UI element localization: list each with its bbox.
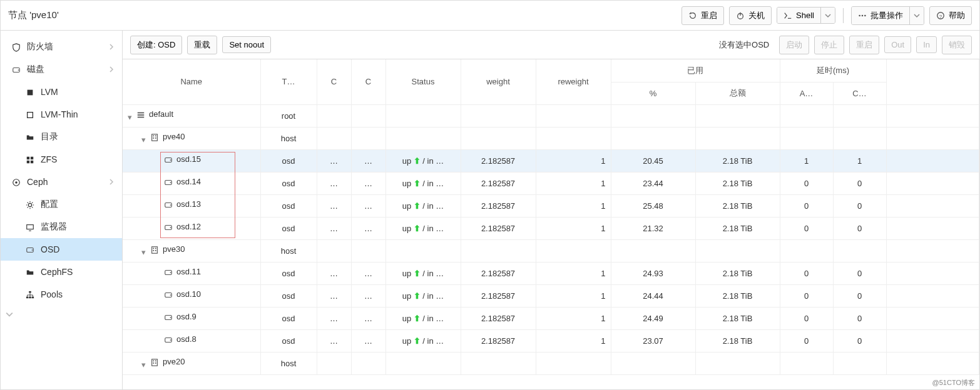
out-button[interactable]: Out bbox=[884, 36, 911, 53]
col-c1[interactable]: C bbox=[317, 59, 351, 104]
tree-toggle-icon[interactable]: ▾ bbox=[141, 248, 148, 257]
col-reweight[interactable]: reweight bbox=[536, 59, 611, 104]
table-row[interactable]: ▾defaultroot bbox=[123, 104, 979, 127]
col-weight[interactable]: weight bbox=[461, 59, 536, 104]
sidebar-item-ceph[interactable]: Ceph bbox=[1, 171, 122, 193]
sidebar-item-disks[interactable]: 磁盘 bbox=[1, 58, 122, 81]
table-row[interactable]: ▾pve20host bbox=[123, 352, 979, 374]
col-used-group[interactable]: 已用 bbox=[611, 59, 780, 82]
table-row[interactable]: ▾pve30host bbox=[123, 239, 979, 262]
svg-rect-56 bbox=[153, 360, 154, 361]
sidebar-item-label: 监视器 bbox=[41, 221, 67, 232]
sidebar-item-cfg[interactable]: 配置 bbox=[1, 193, 122, 216]
cell-pad bbox=[886, 329, 979, 352]
svg-point-50 bbox=[170, 294, 171, 296]
sidebar-item-firewall[interactable]: 防火墙 bbox=[1, 36, 122, 58]
svg-rect-24 bbox=[29, 297, 31, 299]
row-name: osd.13 bbox=[176, 199, 201, 209]
row-name: osd.11 bbox=[176, 267, 201, 276]
svg-rect-44 bbox=[155, 248, 156, 249]
sidebar-item-pools[interactable]: Pools bbox=[1, 283, 122, 306]
table-row[interactable]: ▾pve40host bbox=[123, 127, 979, 149]
grid-scroll[interactable]: Name T… C C Status weight reweight 已用 延时… bbox=[123, 59, 979, 389]
table-row[interactable]: osd.8osd……up ⬆ / in …2.182587123.072.18 … bbox=[123, 329, 979, 352]
ceph-icon bbox=[12, 178, 21, 186]
table-row[interactable]: osd.14osd……up ⬆ / in …2.182587123.442.18… bbox=[123, 172, 979, 194]
table-row[interactable]: osd.9osd……up ⬆ / in …2.182587124.492.18 … bbox=[123, 307, 979, 329]
host-icon bbox=[150, 358, 159, 366]
table-row[interactable]: osd.11osd……up ⬆ / in …2.182587124.932.18… bbox=[123, 262, 979, 284]
reboot-button[interactable]: 重启 bbox=[681, 6, 724, 25]
col-name[interactable]: Name bbox=[123, 59, 260, 104]
cell-pct: 23.07 bbox=[611, 329, 695, 352]
cell-weight: 2.182587 bbox=[461, 307, 536, 329]
shell-button[interactable]: Shell bbox=[777, 8, 820, 23]
cell-status: up ⬆ / in … bbox=[385, 307, 461, 329]
bulk-caret[interactable] bbox=[909, 7, 924, 24]
svg-rect-32 bbox=[153, 138, 154, 139]
sidebar-item-label: CephFS bbox=[41, 267, 73, 277]
cell-reweight: 1 bbox=[536, 217, 611, 239]
start-button[interactable]: 启动 bbox=[779, 36, 809, 54]
set-noout-button[interactable]: Set noout bbox=[222, 36, 271, 53]
sidebar-item-label: OSD bbox=[41, 244, 59, 254]
col-a[interactable]: A… bbox=[780, 82, 833, 104]
sidebar-item-osd[interactable]: OSD bbox=[1, 238, 122, 261]
cell-c1: … bbox=[317, 217, 351, 239]
sidebar-more[interactable] bbox=[1, 306, 122, 323]
col-total[interactable]: 总额 bbox=[695, 82, 780, 104]
reload-button[interactable]: 重载 bbox=[187, 36, 217, 54]
cell-c2: … bbox=[351, 329, 385, 352]
svg-point-35 bbox=[170, 159, 171, 161]
chevron-icon bbox=[108, 44, 115, 50]
cell-c2: … bbox=[351, 194, 385, 217]
col-status[interactable]: Status bbox=[385, 59, 461, 104]
table-row[interactable]: osd.12osd……up ⬆ / in …2.182587121.322.18… bbox=[123, 217, 979, 239]
sidebar-item-dir[interactable]: 目录 bbox=[1, 126, 122, 148]
bulk-button[interactable]: 批量操作 bbox=[852, 7, 909, 24]
sidebar-item-mon[interactable]: 监视器 bbox=[1, 216, 122, 238]
restart-button[interactable]: 重启 bbox=[849, 36, 879, 54]
table-row[interactable]: osd.13osd……up ⬆ / in …2.182587125.482.18… bbox=[123, 194, 979, 217]
cell-c: 0 bbox=[833, 194, 886, 217]
svg-point-37 bbox=[170, 182, 171, 183]
stop-button[interactable]: 停止 bbox=[814, 36, 844, 54]
cell-a: 0 bbox=[780, 329, 833, 352]
help-button[interactable]: ? 帮助 bbox=[929, 6, 972, 25]
cell-type: osd bbox=[260, 329, 317, 352]
cell-reweight bbox=[536, 239, 611, 262]
cell-a: 0 bbox=[780, 217, 833, 239]
in-button[interactable]: In bbox=[916, 36, 937, 53]
shutdown-button[interactable]: 关机 bbox=[729, 6, 772, 25]
help-icon: ? bbox=[936, 11, 945, 20]
sidebar-item-cephfs[interactable]: CephFS bbox=[1, 261, 122, 283]
svg-rect-10 bbox=[28, 112, 33, 118]
cell-weight: 2.182587 bbox=[461, 329, 536, 352]
col-pct[interactable]: % bbox=[611, 82, 695, 104]
table-row[interactable]: osd.10osd……up ⬆ / in …2.182587124.442.18… bbox=[123, 284, 979, 307]
cell-type: host bbox=[260, 127, 317, 149]
col-type[interactable]: T… bbox=[260, 59, 317, 104]
col-c2[interactable]: C bbox=[351, 59, 385, 104]
sidebar-item-lvm[interactable]: LVM bbox=[1, 81, 122, 103]
refresh-icon bbox=[688, 11, 697, 20]
page-title: 节点 'pve10' bbox=[8, 9, 681, 21]
sidebar-item-zfs[interactable]: ZFS bbox=[1, 148, 122, 171]
col-c[interactable]: C… bbox=[833, 82, 886, 104]
create-osd-button[interactable]: 创建: OSD bbox=[130, 36, 182, 54]
row-name: osd.14 bbox=[176, 177, 201, 186]
svg-rect-31 bbox=[155, 135, 156, 136]
shell-caret[interactable] bbox=[820, 8, 835, 23]
bulk-split-button[interactable]: 批量操作 bbox=[851, 6, 924, 25]
destroy-button[interactable]: 销毁 bbox=[942, 36, 972, 54]
tree-toggle-icon[interactable]: ▾ bbox=[141, 135, 148, 144]
cell-c1: … bbox=[317, 307, 351, 329]
tree-toggle-icon[interactable]: ▾ bbox=[128, 112, 134, 122]
tree-toggle-icon[interactable]: ▾ bbox=[141, 360, 148, 369]
separator bbox=[843, 8, 844, 23]
table-row[interactable]: osd.15osd……up ⬆ / in …2.182587120.452.18… bbox=[123, 149, 979, 172]
col-latency-group[interactable]: 延时(ms) bbox=[780, 59, 886, 82]
sidebar-item-lvm-thin[interactable]: LVM-Thin bbox=[1, 103, 122, 126]
cell-status bbox=[385, 104, 461, 127]
shell-split-button[interactable]: Shell bbox=[777, 7, 835, 24]
